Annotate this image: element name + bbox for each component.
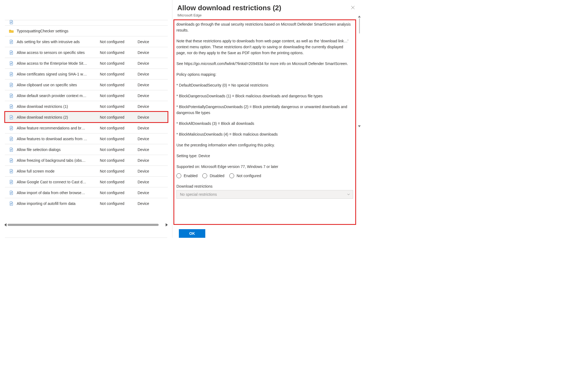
desc-paragraph: Note that these restrictions apply to do… — [176, 38, 353, 56]
scroll-up-icon[interactable] — [358, 16, 361, 18]
setting-name: Allow features to download assets from … — [17, 137, 100, 141]
footer-divider — [5, 238, 167, 238]
setting-state: Not configured — [100, 83, 138, 87]
setting-scope: Device — [138, 169, 159, 173]
document-icon — [9, 136, 14, 142]
document-icon — [9, 39, 14, 44]
document-icon — [9, 50, 14, 55]
setting-row[interactable]: Allow Google Cast to connect to Cast d…N… — [5, 176, 168, 187]
setting-name: Allow import of data from other browse… — [17, 191, 100, 195]
setting-name: Allow full screen mode — [17, 169, 100, 173]
document-icon — [9, 125, 14, 131]
setting-name: Allow file selection dialogs — [17, 147, 100, 152]
setting-name: Allow clipboard use on specific sites — [17, 83, 100, 87]
setting-state: Not configured — [100, 40, 138, 44]
desc-paragraph: * BlockDangerousDownloads (1) = Block ma… — [176, 93, 353, 99]
document-icon — [9, 190, 14, 195]
setting-name: Allow access to sensors on specific site… — [17, 50, 100, 55]
setting-row[interactable]: Allow features to download assets from …… — [5, 133, 168, 144]
setting-name: Allow download restrictions (2) — [17, 115, 100, 119]
setting-row[interactable]: Allow importing of autofill form dataNot… — [5, 198, 168, 209]
close-button[interactable] — [349, 4, 357, 11]
setting-row[interactable]: Allow default search provider context m…… — [5, 90, 168, 101]
radio-enabled[interactable]: Enabled — [176, 173, 197, 178]
setting-name: Allow access to the Enterprise Mode Sit… — [17, 61, 100, 66]
setting-name: Allow freezing of background tabs (obs… — [17, 158, 100, 163]
radio-disabled[interactable]: Disabled — [202, 173, 224, 178]
scroll-thumb[interactable] — [359, 18, 360, 33]
radio-label: Enabled — [184, 174, 197, 178]
setting-scope: Device — [138, 180, 159, 184]
horizontal-scrollbar[interactable] — [5, 223, 167, 227]
setting-scope: Device — [138, 94, 159, 98]
document-icon — [9, 71, 14, 77]
document-icon — [9, 169, 14, 174]
description: downloads go through the usual security … — [176, 21, 353, 170]
settings-list: TyposquattingChecker settingsAds setting… — [5, 20, 168, 209]
setting-state: Not configured — [100, 147, 138, 152]
radio-icon — [176, 173, 181, 178]
setting-row[interactable]: Allow file selection dialogsNot configur… — [5, 144, 168, 155]
radio-label: Disabled — [210, 174, 224, 178]
document-icon — [9, 201, 14, 206]
setting-scope: Device — [138, 104, 159, 109]
folder-row[interactable]: TyposquattingChecker settings — [5, 25, 168, 36]
setting-state: Not configured — [100, 158, 138, 163]
setting-row[interactable]: Allow freezing of background tabs (obs…N… — [5, 155, 168, 166]
setting-row[interactable]: Allow import of data from other browse…N… — [5, 187, 168, 198]
desc-paragraph: * BlockPotentiallyDangerousDownloads (2)… — [176, 104, 353, 116]
setting-row[interactable]: Ads setting for sites with intrusive ads… — [5, 36, 168, 47]
clipped-row[interactable] — [5, 20, 168, 25]
setting-row[interactable]: Allow access to the Enterprise Mode Sit…… — [5, 58, 168, 68]
setting-scope: Device — [138, 50, 159, 55]
setting-scope: Device — [138, 201, 159, 206]
desc-paragraph: Policy options mapping: — [176, 71, 353, 77]
desc-paragraph: Supported on: Microsoft Edge version 77,… — [176, 164, 353, 170]
setting-state: Not configured — [100, 50, 138, 55]
scroll-down-icon[interactable] — [358, 125, 361, 127]
setting-scope: Device — [138, 83, 159, 87]
setting-row[interactable]: Allow download restrictions (2)Not confi… — [5, 112, 168, 122]
setting-row[interactable]: Allow clipboard use on specific sitesNot… — [5, 79, 168, 90]
setting-state: Not configured — [100, 201, 138, 206]
setting-state: Not configured — [100, 72, 138, 76]
folder-name: TyposquattingChecker settings — [17, 29, 141, 33]
download-restrictions-label: Download restrictions — [176, 184, 353, 188]
document-icon — [9, 19, 14, 25]
setting-state: Not configured — [100, 180, 138, 184]
setting-state: Not configured — [100, 115, 138, 119]
document-icon — [9, 115, 14, 120]
setting-row[interactable]: Allow full screen modeNot configuredDevi… — [5, 166, 168, 176]
download-restrictions-select[interactable]: No special restrictions — [176, 190, 353, 199]
desc-paragraph: Use the preceding information when confi… — [176, 142, 353, 148]
setting-state: Not configured — [100, 191, 138, 195]
desc-paragraph: downloads go through the usual security … — [176, 21, 353, 33]
setting-state: Not configured — [100, 137, 138, 141]
setting-scope: Device — [138, 147, 159, 152]
scroll-right-icon[interactable] — [166, 223, 168, 226]
setting-scope: Device — [138, 72, 159, 76]
vertical-scrollbar[interactable] — [358, 18, 360, 222]
setting-state: Not configured — [100, 94, 138, 98]
document-icon — [9, 179, 14, 185]
document-icon — [9, 82, 14, 88]
setting-row[interactable]: Allow feature recommendations and br…Not… — [5, 122, 168, 133]
setting-name: Allow default search provider context m… — [17, 94, 100, 98]
blade-content-highlight: downloads go through the usual security … — [173, 19, 356, 225]
scroll-thumb[interactable] — [8, 224, 159, 226]
radio-not-configured[interactable]: Not configured — [229, 173, 261, 178]
setting-scope: Device — [138, 40, 159, 44]
setting-name: Allow Google Cast to connect to Cast d… — [17, 180, 100, 184]
ok-button[interactable]: OK — [179, 229, 205, 238]
setting-row[interactable]: Allow download restrictions (1)Not confi… — [5, 101, 168, 112]
desc-paragraph: * BlockMaliciousDownloads (4) = Block ma… — [176, 131, 353, 137]
setting-row[interactable]: Allow access to sensors on specific site… — [5, 47, 168, 58]
radio-label: Not configured — [237, 174, 261, 178]
setting-scope: Device — [138, 158, 159, 163]
desc-paragraph: * BlockAllDownloads (3) = Block all down… — [176, 121, 353, 126]
setting-row[interactable]: Allow certificates signed using SHA-1 w…… — [5, 68, 168, 79]
radio-icon — [229, 173, 234, 178]
desc-paragraph: Setting type: Device — [176, 153, 353, 159]
blade-subtitle: \Microsoft Edge — [177, 13, 356, 17]
setting-name: Ads setting for sites with intrusive ads — [17, 40, 100, 44]
